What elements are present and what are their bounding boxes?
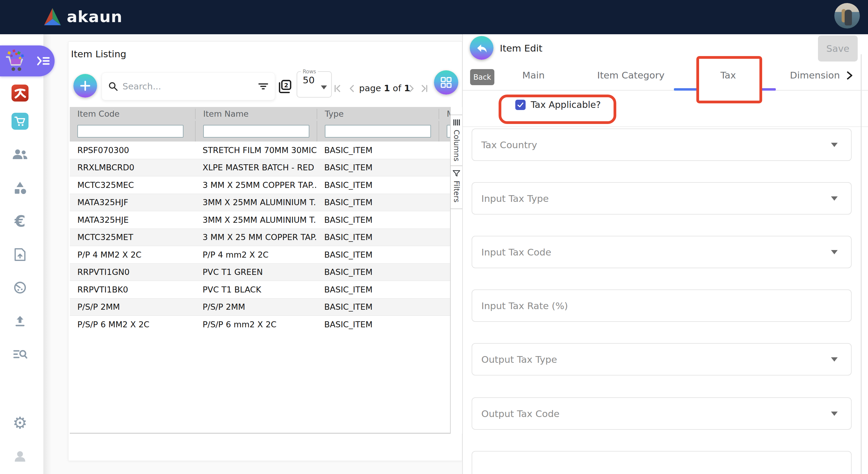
cart-icon <box>14 115 26 127</box>
red-app-icon <box>13 87 27 100</box>
form-select-field[interactable]: Input Tax Type <box>472 182 851 214</box>
chevron-right-icon[interactable] <box>843 69 856 82</box>
grid-view-button[interactable] <box>434 70 458 95</box>
chevron-down-icon <box>831 196 838 201</box>
columns-side-tab[interactable]: Columns <box>451 115 462 166</box>
sidebar-item-red-app[interactable] <box>11 84 29 102</box>
item-listing-panel: Item Listing 2 <box>68 41 462 461</box>
chevron-down-icon <box>831 250 838 254</box>
people-icon <box>12 148 28 160</box>
form-select-field[interactable]: Input Tax Code <box>472 236 851 268</box>
sidebar-rail: € <box>0 34 43 474</box>
sidebar-item-settings[interactable]: ⚙ <box>11 415 29 432</box>
filter-input-type[interactable] <box>325 125 431 138</box>
form-select-field[interactable]: Tax Country <box>472 129 851 161</box>
next-page-button[interactable] <box>405 82 418 95</box>
table-row[interactable]: RRPVTI1GN0 PVC T1 GREEN BASIC_ITEM <box>70 263 450 281</box>
table-row[interactable]: MCTC325MET 3 MM X 25 MM COPPER TAP... BA… <box>70 229 450 246</box>
last-page-button[interactable] <box>417 82 431 95</box>
table-row[interactable]: MCTC325MEC 3 MM X 25MM COPPER TAP... BAS… <box>70 176 450 194</box>
euro-icon: € <box>14 213 26 230</box>
page-title: Item Listing <box>71 48 126 59</box>
current-page: 1 <box>384 83 390 93</box>
previous-page-button[interactable] <box>345 82 359 95</box>
columns-tab-label: Columns <box>452 130 461 161</box>
filter-list-icon[interactable] <box>258 82 269 91</box>
tab-main[interactable]: Main <box>522 69 545 81</box>
sidebar-item-contacts[interactable] <box>11 146 29 163</box>
search-icon <box>108 81 118 92</box>
item-edit-panel: Item Edit Back Main Item Category Tax Di… <box>462 34 868 474</box>
sidebar-item-profile[interactable] <box>11 448 29 465</box>
sidebar-item-file-import[interactable] <box>11 246 29 263</box>
table-row[interactable]: P/S/P 2MM P/S/P 2MM BASIC_ITEM <box>70 298 450 316</box>
save-button[interactable]: Save <box>818 35 858 62</box>
column-header-m[interactable]: M <box>439 109 450 119</box>
vertical-scrollbar[interactable] <box>861 54 862 474</box>
sidebar-item-pos-cart[interactable] <box>11 113 29 130</box>
table-row[interactable]: P/P 4 MM2 X 2C P/P 4 mm2 X 2C BASIC_ITEM <box>70 246 450 263</box>
table-side-toolbar: Columns Filters <box>450 107 462 434</box>
brand-name: akaun <box>67 7 123 27</box>
form-select-field[interactable]: Input Tax Rate (%) <box>472 290 851 322</box>
plus-icon <box>79 80 91 92</box>
top-navbar: akaun <box>0 0 868 34</box>
settings-gear-icon: ⚙ <box>13 415 27 432</box>
sidebar-item-timer[interactable] <box>11 279 29 296</box>
tab-dimension[interactable]: Dimension <box>790 69 840 81</box>
table-row[interactable]: MATA325HJF 3MM X 25MM ALUMINIUM T... BAS… <box>70 194 450 211</box>
brand-logo: akaun <box>42 7 123 27</box>
tab-tax[interactable]: Tax <box>720 69 736 81</box>
category-shapes-icon <box>13 181 27 195</box>
active-module-chip[interactable] <box>0 45 55 76</box>
table-row[interactable]: RPSF070300 STRETCH FILM 70MM 30MIC... BA… <box>70 141 450 159</box>
grid-icon <box>440 76 452 89</box>
expand-menu-icon[interactable] <box>35 53 51 69</box>
column-header-item-name[interactable]: Item Name <box>195 109 317 119</box>
column-header-item-code[interactable]: Item Code <box>70 109 195 119</box>
add-item-button[interactable] <box>73 74 97 98</box>
sidebar-item-finance[interactable]: € <box>11 213 29 230</box>
table-filter-row <box>70 121 450 141</box>
chevron-down-icon <box>831 412 838 416</box>
sidebar-item-upload[interactable] <box>11 312 29 330</box>
column-header-type[interactable]: Type <box>317 109 439 119</box>
search-box <box>102 72 275 100</box>
form-field-partial[interactable] <box>472 451 851 474</box>
tax-applicable-label[interactable]: Tax Applicable? <box>531 99 601 111</box>
rows-per-page-select[interactable]: Rows 50 <box>297 68 332 98</box>
table-body: RPSF070300 STRETCH FILM 70MM 30MIC... BA… <box>70 141 450 333</box>
tax-applicable-checkbox[interactable] <box>515 100 526 110</box>
rows-value: 50 <box>297 74 331 86</box>
table-row[interactable]: RRXLMBCRD0 XLPE MASTER BATCH - RED ... B… <box>70 159 450 176</box>
funnel-filter-icon <box>453 170 460 177</box>
list-search-icon <box>13 348 27 361</box>
first-page-button[interactable] <box>331 82 344 95</box>
filter-input-item-name[interactable] <box>203 125 309 138</box>
table-header-row: Item Code Item Name Type M <box>70 107 450 121</box>
timer-icon <box>13 281 27 295</box>
chevron-down-icon <box>321 86 327 90</box>
file-upload-icon <box>14 248 26 262</box>
duplicate-view-icon[interactable]: 2 <box>277 79 292 94</box>
table-row[interactable]: MATA325HJE 3MM X 25MM ALUMINIUM T... BAS… <box>70 211 450 229</box>
filters-side-tab[interactable]: Filters <box>451 166 462 209</box>
columns-icon <box>453 119 460 126</box>
sidebar-item-audit-search[interactable] <box>11 346 29 363</box>
table-row[interactable]: RRPVTI1BK0 PVC T1 BLACK BASIC_ITEM <box>70 281 450 298</box>
form-select-field[interactable]: Output Tax Type <box>472 343 851 375</box>
filter-input-item-code[interactable] <box>78 125 184 138</box>
upload-icon <box>13 314 27 328</box>
page-indicator: page 1 of 1 <box>359 83 405 93</box>
form-select-field[interactable]: Output Tax Code <box>472 397 851 430</box>
back-arrow-icon <box>475 41 488 54</box>
items-table: Item Code Item Name Type M RPSF070300 ST… <box>70 107 450 434</box>
tab-item-category[interactable]: Item Category <box>597 69 664 81</box>
back-button[interactable] <box>470 36 493 60</box>
svg-text:2: 2 <box>284 82 288 89</box>
table-row[interactable]: P/S/P 6 MM2 X 2C P/S/P 6 mm2 X 2C BASIC_… <box>70 315 450 333</box>
search-input[interactable] <box>122 81 254 92</box>
logo-triangle-icon <box>42 7 62 26</box>
sidebar-item-products[interactable] <box>11 180 29 197</box>
user-avatar[interactable] <box>834 3 860 29</box>
